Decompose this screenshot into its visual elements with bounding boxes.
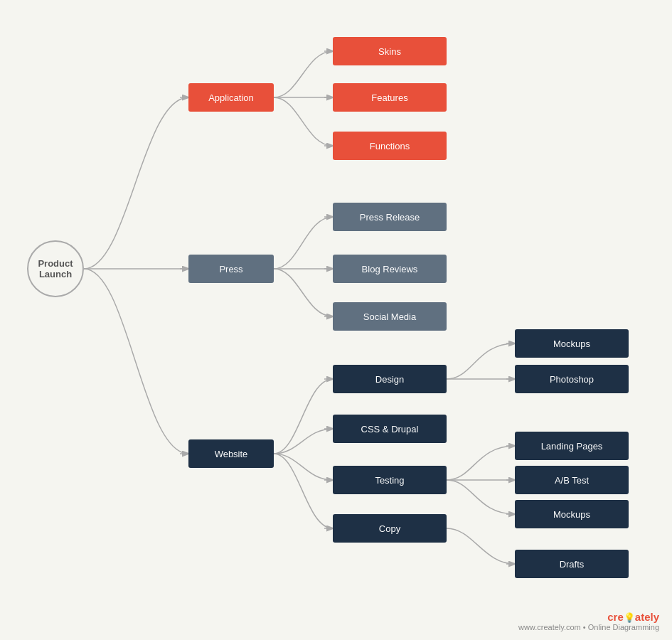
cssdrupal-label: CSS & Drupal: [361, 424, 419, 434]
skins-node: Skins: [333, 37, 447, 65]
drafts-node: Drafts: [515, 550, 629, 578]
features-node: Features: [333, 83, 447, 112]
pressrelease-label: Press Release: [360, 212, 420, 223]
socialmedia-label: Social Media: [363, 311, 416, 322]
root-label: Product Launch: [28, 258, 82, 279]
photoshop-label: Photoshop: [550, 374, 594, 385]
copy-node: Copy: [333, 514, 447, 543]
socialmedia-node: Social Media: [333, 302, 447, 331]
testing-node: Testing: [333, 466, 447, 494]
website-label: Website: [215, 449, 248, 459]
root-node: Product Launch: [27, 240, 84, 297]
design-node: Design: [333, 365, 447, 393]
mockups2-node: Mockups: [515, 500, 629, 528]
mockups1-label: Mockups: [553, 338, 590, 349]
footer-url: www.creately.com • Online Diagramming: [518, 623, 659, 631]
bulb-icon: 💡: [624, 612, 635, 623]
design-label: Design: [375, 374, 404, 385]
diagram-container: Product Launch Application Skins Feature…: [0, 0, 672, 640]
copy-label: Copy: [379, 523, 400, 534]
skins-label: Skins: [378, 46, 401, 57]
press-node: Press: [188, 255, 274, 283]
mockups2-label: Mockups: [553, 509, 590, 520]
brand-name: cre💡ately: [607, 611, 659, 623]
application-label: Application: [208, 92, 254, 103]
abtest-label: A/B Test: [555, 475, 589, 486]
features-label: Features: [371, 92, 407, 103]
testing-label: Testing: [375, 475, 404, 486]
application-node: Application: [188, 83, 274, 112]
drafts-label: Drafts: [560, 559, 585, 570]
landingpages-node: Landing Pages: [515, 432, 629, 460]
footer: cre💡ately www.creately.com • Online Diag…: [518, 611, 659, 631]
abtest-node: A/B Test: [515, 466, 629, 494]
blogreviews-label: Blog Reviews: [362, 264, 418, 274]
press-label: Press: [219, 264, 242, 274]
functions-node: Functions: [333, 132, 447, 160]
mockups1-node: Mockups: [515, 329, 629, 358]
functions-label: Functions: [370, 141, 410, 151]
cssdrupal-node: CSS & Drupal: [333, 415, 447, 443]
website-node: Website: [188, 439, 274, 468]
photoshop-node: Photoshop: [515, 365, 629, 393]
landingpages-label: Landing Pages: [541, 441, 603, 452]
pressrelease-node: Press Release: [333, 203, 447, 231]
blogreviews-node: Blog Reviews: [333, 255, 447, 283]
